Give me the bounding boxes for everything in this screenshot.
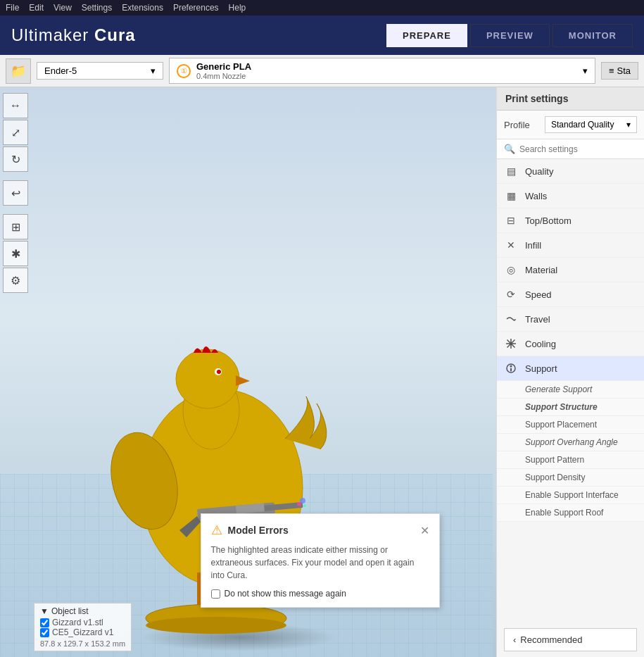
material-setting-icon: ◎ (504, 263, 518, 277)
printer-name: Ender-5 (44, 65, 77, 76)
svg-point-31 (510, 342, 512, 345)
walls-icon: ▦ (504, 189, 518, 203)
svg-point-33 (510, 365, 512, 368)
profile-label: Profile (504, 120, 539, 130)
search-row: 🔍 (497, 139, 644, 159)
support-tool[interactable]: ⚙ (3, 268, 28, 293)
rotate-tool[interactable]: ↻ (3, 146, 28, 172)
layers-tool[interactable]: ✱ (3, 241, 28, 266)
setting-topbottom[interactable]: ⊟ Top/Bottom (497, 208, 644, 233)
support-overhang[interactable]: Support Overhang Angle (497, 434, 644, 451)
quality-icon: ▤ (504, 164, 518, 178)
search-icon: 🔍 (504, 144, 515, 154)
search-input[interactable] (519, 144, 637, 154)
menubar: File Edit View Settings Extensions Prefe… (0, 0, 644, 15)
3d-viewport[interactable]: ↔ ⤢ ↻ ↩ ⊞ ✱ ⚙ (0, 87, 496, 657)
main-area: ↔ ⤢ ↻ ↩ ⊞ ✱ ⚙ (0, 87, 644, 657)
setting-walls[interactable]: ▦ Walls (497, 184, 644, 208)
profile-dropdown-icon: ▾ (626, 120, 631, 130)
undo-tool[interactable]: ↩ (3, 180, 28, 206)
stage-icon: ≡ (609, 65, 614, 76)
setting-travel[interactable]: Travel (497, 307, 644, 332)
open-folder-button[interactable]: 📁 (6, 58, 31, 84)
dont-show-checkbox[interactable] (211, 589, 220, 599)
nav-preview[interactable]: PREVIEW (470, 24, 550, 47)
menu-help[interactable]: Help (229, 3, 246, 13)
travel-icon (504, 312, 518, 326)
toolbar: 📁 Ender-5 ▾ ① Generic PLA 0.4mm Nozzle ▾… (0, 55, 644, 87)
menu-file[interactable]: File (6, 3, 19, 13)
material-nozzle: 0.4mm Nozzle (196, 72, 251, 80)
material-brand: Generic PLA (196, 61, 251, 72)
menu-extensions[interactable]: Extensions (122, 3, 163, 13)
error-body: The highlighted areas indicate either mi… (211, 544, 429, 582)
nav-prepare[interactable]: PREPARE (386, 24, 467, 47)
object-checkbox-1[interactable] (40, 628, 49, 637)
support-roof[interactable]: Enable Support Roof (497, 504, 644, 522)
profile-value-text: Standard Quality (551, 120, 614, 130)
object-dimensions: 87.8 x 129.7 x 153.2 mm (40, 639, 125, 648)
scale-tool[interactable]: ⤢ (3, 120, 28, 145)
support-sublist: Generate Support Support Structure Suppo… (497, 381, 644, 522)
right-panel: Print settings Profile Standard Quality … (496, 87, 644, 657)
travel-label: Travel (525, 314, 550, 325)
recommended-chevron: ‹ (513, 634, 516, 645)
menu-view[interactable]: View (53, 3, 72, 13)
left-toolbar: ↔ ⤢ ↻ ↩ ⊞ ✱ ⚙ (0, 87, 31, 299)
grid-tool[interactable]: ⊞ (3, 214, 28, 239)
error-popup: ⚠ Model Errors ✕ The highlighted areas i… (201, 513, 440, 608)
topbottom-icon: ⊟ (504, 213, 518, 227)
svg-point-26 (303, 504, 306, 507)
cooling-icon (504, 337, 518, 351)
material-info: Generic PLA 0.4mm Nozzle (196, 61, 251, 80)
support-setting-icon (504, 361, 518, 375)
menu-settings[interactable]: Settings (82, 3, 112, 13)
material-label: Material (525, 265, 557, 275)
nav-monitor[interactable]: MONITOR (553, 24, 633, 47)
svg-point-7 (217, 370, 221, 374)
speed-label: Speed (525, 289, 552, 300)
setting-infill[interactable]: ✕ Infill (497, 233, 644, 258)
error-title-row: ⚠ Model Errors ✕ (211, 523, 429, 538)
support-pattern[interactable]: Support Pattern (497, 451, 644, 469)
object-row-0: Gizzard v1.stl (40, 618, 125, 627)
svg-point-18 (146, 617, 286, 634)
material-dropdown-icon: ▾ (583, 65, 588, 76)
error-checkbox-row: Do not show this message again (211, 589, 429, 599)
printer-selector[interactable]: Ender-5 ▾ (37, 62, 163, 80)
setting-quality[interactable]: ▤ Quality (497, 159, 644, 184)
setting-support[interactable]: Support (497, 356, 644, 381)
object-checkbox-0[interactable] (40, 618, 49, 627)
object-row-1: CE5_Gizzard v1 (40, 627, 125, 637)
object-name-0: Gizzard v1.stl (52, 618, 103, 627)
support-generate[interactable]: Generate Support (497, 381, 644, 399)
infill-label: Infill (525, 240, 541, 251)
panel-title: Print settings (497, 87, 644, 111)
stage-button[interactable]: ≡ Sta (601, 62, 638, 80)
menu-edit[interactable]: Edit (29, 3, 44, 13)
logo-light: Ultimaker (11, 25, 89, 44)
move-tool[interactable]: ↔ (3, 93, 28, 118)
support-placement[interactable]: Support Placement (497, 416, 644, 434)
error-title: Model Errors (228, 525, 415, 536)
profile-selector[interactable]: Standard Quality ▾ (545, 116, 637, 133)
object-panel: ▼ Object list Gizzard v1.stl CE5_Gizzard… (34, 603, 132, 651)
speed-icon: ⟳ (504, 287, 518, 301)
collapse-icon[interactable]: ▼ (40, 606, 49, 616)
material-selector[interactable]: ① Generic PLA 0.4mm Nozzle ▾ (169, 58, 595, 84)
recommended-label: Recommended (520, 634, 582, 645)
support-interface[interactable]: Enable Support Interface (497, 487, 644, 504)
topbar: Ultimaker Cura PREPARE PREVIEW MONITOR (0, 15, 644, 55)
svg-point-25 (297, 502, 301, 506)
setting-material[interactable]: ◎ Material (497, 258, 644, 282)
app-logo: Ultimaker Cura (11, 25, 136, 45)
menu-preferences[interactable]: Preferences (173, 3, 219, 13)
setting-speed[interactable]: ⟳ Speed (497, 282, 644, 307)
svg-point-4 (176, 349, 239, 408)
support-structure[interactable]: Support Structure (497, 399, 644, 416)
error-close-button[interactable]: ✕ (420, 524, 429, 537)
cooling-label: Cooling (525, 339, 556, 349)
setting-cooling[interactable]: Cooling (497, 332, 644, 356)
recommended-button[interactable]: ‹ Recommended (504, 628, 637, 651)
support-density[interactable]: Support Density (497, 469, 644, 487)
